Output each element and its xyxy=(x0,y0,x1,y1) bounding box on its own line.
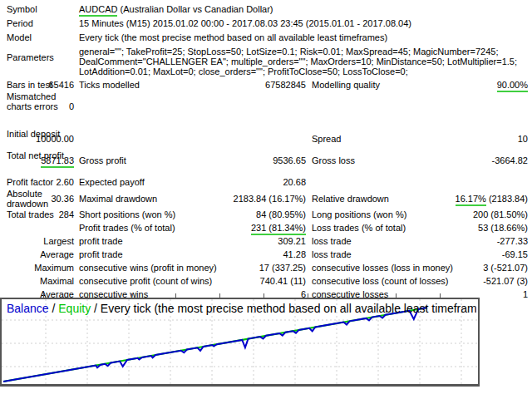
stat-cell: Maximum xyxy=(12,263,74,273)
stat-cell: -521.07 (3) xyxy=(395,276,528,286)
stat-cell: 17 (337.25) xyxy=(200,263,306,273)
stat-cell: 9536.65 xyxy=(200,155,306,165)
stat-cell: 10000.00 xyxy=(12,134,74,144)
stat-cell: 16.17% (2183.84) xyxy=(395,194,528,204)
stat-cell: -69.15 xyxy=(395,249,528,259)
stat-cell: 3 (-521.07) xyxy=(395,263,528,273)
stat-cell: 284 xyxy=(12,209,74,219)
highlighted-value: 90.00% xyxy=(497,80,528,92)
stat-cell: 67582845 xyxy=(200,80,306,90)
symbol-value: AUDCAD (Australian Dollar vs Canadian Do… xyxy=(79,4,528,14)
period-label: Period xyxy=(7,18,75,28)
stat-cell: 41.28 xyxy=(200,249,306,259)
stat-cell: 53 (18.66%) xyxy=(395,223,528,233)
chart-legend-part: Equity xyxy=(58,302,91,315)
stat-cell: -277.33 xyxy=(395,236,528,246)
chart-legend-part: / xyxy=(49,302,59,315)
highlighted-value: 16.17% xyxy=(456,194,486,206)
chart-legend: Balance / Equity / Every tick (the most … xyxy=(7,302,476,315)
stat-cell: Average xyxy=(12,249,74,259)
stat-cell: 200 (81.50%) xyxy=(395,209,528,219)
stat-cell: 20.68 xyxy=(200,177,306,187)
parameters-value: general=""; TakeProfit=25; StopLoss=50; … xyxy=(79,47,528,76)
period-value: 15 Minutes (M15) 2015.01.02 00:00 - 2017… xyxy=(79,18,528,28)
stat-cell: 5871.83 xyxy=(12,155,74,165)
stat-cell: 10 xyxy=(395,134,528,144)
highlighted-value: 231 (81.34%) xyxy=(251,223,306,235)
stat-cell: 30.36 xyxy=(12,194,74,204)
stat-cell: 309.21 xyxy=(200,236,306,246)
stat-cell: -3664.82 xyxy=(395,155,528,165)
stat-cell: 84 (80.95%) xyxy=(200,209,306,219)
value-suffix: (2183.84) xyxy=(486,194,528,204)
stat-cell: 231 (81.34%) xyxy=(200,223,306,233)
parameters-label: Parameters xyxy=(7,52,75,62)
highlighted-value: 5871.83 xyxy=(41,155,74,168)
model-label: Model xyxy=(7,32,75,42)
balance-equity-chart: Balance / Equity / Every tick (the most … xyxy=(0,298,480,387)
strategy-tester-report: Symbol AUDCAD (Australian Dollar vs Cana… xyxy=(0,0,532,399)
symbol-label: Symbol xyxy=(7,4,75,14)
stat-cell: Largest xyxy=(12,236,74,246)
symbol-description: (Australian Dollar vs Canadian Dollar) xyxy=(117,4,273,14)
chart-legend-part: / Every tick (the most precise method ba… xyxy=(91,302,476,315)
chart-legend-part: Balance xyxy=(7,302,49,315)
stat-cell: 0 xyxy=(12,101,74,111)
stat-cell: 90.00% xyxy=(395,80,528,90)
balance-line xyxy=(3,308,427,382)
stat-cell: 2.60 xyxy=(12,177,74,187)
symbol-ticker: AUDCAD xyxy=(79,4,117,17)
stat-cell: Maximal xyxy=(12,276,74,286)
stat-cell: 740.41 (11) xyxy=(200,276,306,286)
stat-cell: 65416 xyxy=(12,80,74,90)
stat-cell: 2183.84 (16.17%) xyxy=(200,194,306,204)
model-value: Every tick (the most precise method base… xyxy=(79,32,528,42)
